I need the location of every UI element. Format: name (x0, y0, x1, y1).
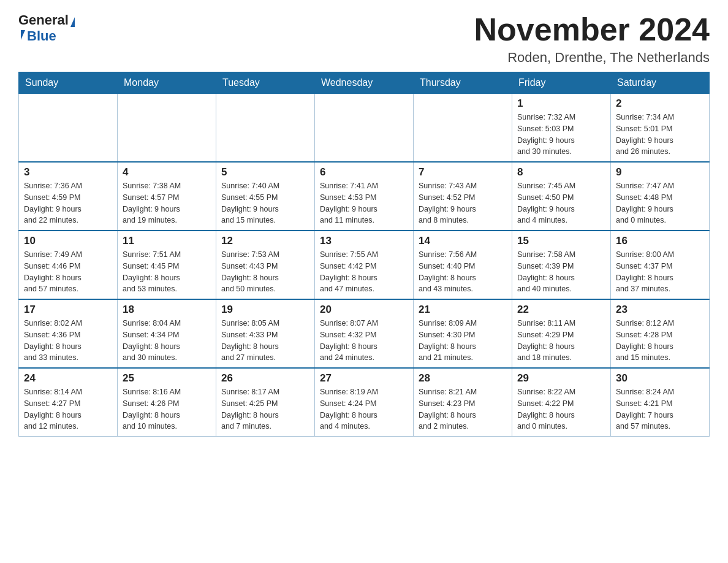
calendar-cell: 1Sunrise: 7:32 AM Sunset: 5:03 PM Daylig… (512, 94, 611, 163)
calendar-cell: 2Sunrise: 7:34 AM Sunset: 5:01 PM Daylig… (611, 94, 710, 163)
calendar-cell (118, 94, 216, 163)
logo-triangle-icon (70, 17, 75, 27)
calendar-cell: 18Sunrise: 8:04 AM Sunset: 4:34 PM Dayli… (118, 299, 216, 368)
calendar-week-row: 17Sunrise: 8:02 AM Sunset: 4:36 PM Dayli… (19, 299, 710, 368)
day-number: 20 (320, 304, 408, 316)
day-number: 2 (616, 98, 704, 110)
day-info: Sunrise: 8:16 AM Sunset: 4:26 PM Dayligh… (123, 386, 211, 432)
calendar-cell: 16Sunrise: 8:00 AM Sunset: 4:37 PM Dayli… (611, 231, 710, 299)
day-info: Sunrise: 8:24 AM Sunset: 4:21 PM Dayligh… (616, 386, 704, 432)
weekday-header-thursday: Thursday (414, 72, 512, 94)
calendar-week-row: 10Sunrise: 7:49 AM Sunset: 4:46 PM Dayli… (19, 231, 710, 299)
day-number: 26 (221, 372, 309, 385)
calendar-cell: 9Sunrise: 7:47 AM Sunset: 4:48 PM Daylig… (611, 162, 710, 231)
day-number: 29 (517, 372, 605, 385)
day-info: Sunrise: 7:43 AM Sunset: 4:52 PM Dayligh… (419, 180, 507, 226)
day-number: 8 (517, 166, 605, 178)
day-info: Sunrise: 7:58 AM Sunset: 4:39 PM Dayligh… (517, 249, 605, 295)
page-header: General Blue November 2024 Roden, Drenth… (18, 12, 710, 66)
day-info: Sunrise: 7:53 AM Sunset: 4:43 PM Dayligh… (221, 249, 309, 295)
calendar-cell: 25Sunrise: 8:16 AM Sunset: 4:26 PM Dayli… (118, 368, 216, 437)
calendar-cell: 10Sunrise: 7:49 AM Sunset: 4:46 PM Dayli… (19, 231, 118, 299)
calendar-cell: 7Sunrise: 7:43 AM Sunset: 4:52 PM Daylig… (414, 162, 512, 231)
day-number: 25 (123, 372, 211, 385)
day-number: 1 (517, 98, 605, 110)
day-info: Sunrise: 8:11 AM Sunset: 4:29 PM Dayligh… (517, 318, 605, 364)
day-number: 30 (616, 372, 704, 385)
day-number: 13 (320, 235, 408, 247)
day-info: Sunrise: 8:05 AM Sunset: 4:33 PM Dayligh… (221, 318, 309, 364)
day-info: Sunrise: 7:34 AM Sunset: 5:01 PM Dayligh… (616, 112, 704, 158)
calendar-cell: 20Sunrise: 8:07 AM Sunset: 4:32 PM Dayli… (315, 299, 414, 368)
day-number: 9 (616, 166, 704, 178)
day-info: Sunrise: 8:07 AM Sunset: 4:32 PM Dayligh… (320, 318, 408, 364)
day-number: 14 (419, 235, 507, 247)
day-number: 12 (221, 235, 309, 247)
day-info: Sunrise: 7:32 AM Sunset: 5:03 PM Dayligh… (517, 112, 605, 158)
calendar-cell: 21Sunrise: 8:09 AM Sunset: 4:30 PM Dayli… (414, 299, 512, 368)
calendar-cell: 24Sunrise: 8:14 AM Sunset: 4:27 PM Dayli… (19, 368, 118, 437)
day-number: 6 (320, 166, 408, 178)
day-number: 23 (616, 304, 704, 316)
day-info: Sunrise: 8:00 AM Sunset: 4:37 PM Dayligh… (616, 249, 704, 295)
calendar-week-row: 1Sunrise: 7:32 AM Sunset: 5:03 PM Daylig… (19, 94, 710, 163)
day-info: Sunrise: 8:19 AM Sunset: 4:24 PM Dayligh… (320, 386, 408, 432)
day-info: Sunrise: 7:51 AM Sunset: 4:45 PM Dayligh… (123, 249, 211, 295)
day-info: Sunrise: 7:49 AM Sunset: 4:46 PM Dayligh… (24, 249, 112, 295)
calendar-cell: 29Sunrise: 8:22 AM Sunset: 4:22 PM Dayli… (512, 368, 611, 437)
day-info: Sunrise: 8:22 AM Sunset: 4:22 PM Dayligh… (517, 386, 605, 432)
calendar-cell: 3Sunrise: 7:36 AM Sunset: 4:59 PM Daylig… (19, 162, 118, 231)
logo: General Blue (18, 12, 75, 44)
calendar-cell: 30Sunrise: 8:24 AM Sunset: 4:21 PM Dayli… (611, 368, 710, 437)
day-number: 4 (123, 166, 211, 178)
calendar-cell (414, 94, 512, 163)
day-number: 15 (517, 235, 605, 247)
calendar-cell: 8Sunrise: 7:45 AM Sunset: 4:50 PM Daylig… (512, 162, 611, 231)
day-number: 27 (320, 372, 408, 385)
calendar-cell: 13Sunrise: 7:55 AM Sunset: 4:42 PM Dayli… (315, 231, 414, 299)
day-number: 16 (616, 235, 704, 247)
calendar-subtitle: Roden, Drenthe, The Netherlands (474, 50, 710, 66)
weekday-header-wednesday: Wednesday (315, 72, 414, 94)
day-number: 21 (419, 304, 507, 316)
calendar-week-row: 3Sunrise: 7:36 AM Sunset: 4:59 PM Daylig… (19, 162, 710, 231)
day-info: Sunrise: 7:41 AM Sunset: 4:53 PM Dayligh… (320, 180, 408, 226)
day-number: 7 (419, 166, 507, 178)
calendar-cell: 15Sunrise: 7:58 AM Sunset: 4:39 PM Dayli… (512, 231, 611, 299)
weekday-header-monday: Monday (118, 72, 216, 94)
calendar-cell: 5Sunrise: 7:40 AM Sunset: 4:55 PM Daylig… (216, 162, 315, 231)
logo-blue-text: Blue (27, 28, 56, 44)
calendar-cell: 14Sunrise: 7:56 AM Sunset: 4:40 PM Dayli… (414, 231, 512, 299)
calendar-cell: 4Sunrise: 7:38 AM Sunset: 4:57 PM Daylig… (118, 162, 216, 231)
calendar-cell: 19Sunrise: 8:05 AM Sunset: 4:33 PM Dayli… (216, 299, 315, 368)
day-number: 28 (419, 372, 507, 385)
day-info: Sunrise: 7:55 AM Sunset: 4:42 PM Dayligh… (320, 249, 408, 295)
weekday-header-tuesday: Tuesday (216, 72, 315, 94)
day-number: 17 (24, 304, 112, 316)
calendar-cell: 23Sunrise: 8:12 AM Sunset: 4:28 PM Dayli… (611, 299, 710, 368)
calendar-cell (19, 94, 118, 163)
day-info: Sunrise: 7:36 AM Sunset: 4:59 PM Dayligh… (24, 180, 112, 226)
day-info: Sunrise: 8:02 AM Sunset: 4:36 PM Dayligh… (24, 318, 112, 364)
calendar-cell: 26Sunrise: 8:17 AM Sunset: 4:25 PM Dayli… (216, 368, 315, 437)
calendar-cell: 12Sunrise: 7:53 AM Sunset: 4:43 PM Dayli… (216, 231, 315, 299)
day-number: 24 (24, 372, 112, 385)
day-info: Sunrise: 7:40 AM Sunset: 4:55 PM Dayligh… (221, 180, 309, 226)
calendar-table: SundayMondayTuesdayWednesdayThursdayFrid… (18, 72, 710, 437)
calendar-cell: 6Sunrise: 7:41 AM Sunset: 4:53 PM Daylig… (315, 162, 414, 231)
calendar-week-row: 24Sunrise: 8:14 AM Sunset: 4:27 PM Dayli… (19, 368, 710, 437)
day-info: Sunrise: 8:12 AM Sunset: 4:28 PM Dayligh… (616, 318, 704, 364)
weekday-header-saturday: Saturday (611, 72, 710, 94)
calendar-cell: 28Sunrise: 8:21 AM Sunset: 4:23 PM Dayli… (414, 368, 512, 437)
calendar-cell: 11Sunrise: 7:51 AM Sunset: 4:45 PM Dayli… (118, 231, 216, 299)
day-number: 10 (24, 235, 112, 247)
day-number: 18 (123, 304, 211, 316)
day-info: Sunrise: 7:38 AM Sunset: 4:57 PM Dayligh… (123, 180, 211, 226)
day-number: 11 (123, 235, 211, 247)
day-info: Sunrise: 7:47 AM Sunset: 4:48 PM Dayligh… (616, 180, 704, 226)
calendar-title: November 2024 (474, 12, 710, 47)
calendar-cell: 27Sunrise: 8:19 AM Sunset: 4:24 PM Dayli… (315, 368, 414, 437)
calendar-cell: 17Sunrise: 8:02 AM Sunset: 4:36 PM Dayli… (19, 299, 118, 368)
day-number: 5 (221, 166, 309, 178)
day-info: Sunrise: 8:09 AM Sunset: 4:30 PM Dayligh… (419, 318, 507, 364)
